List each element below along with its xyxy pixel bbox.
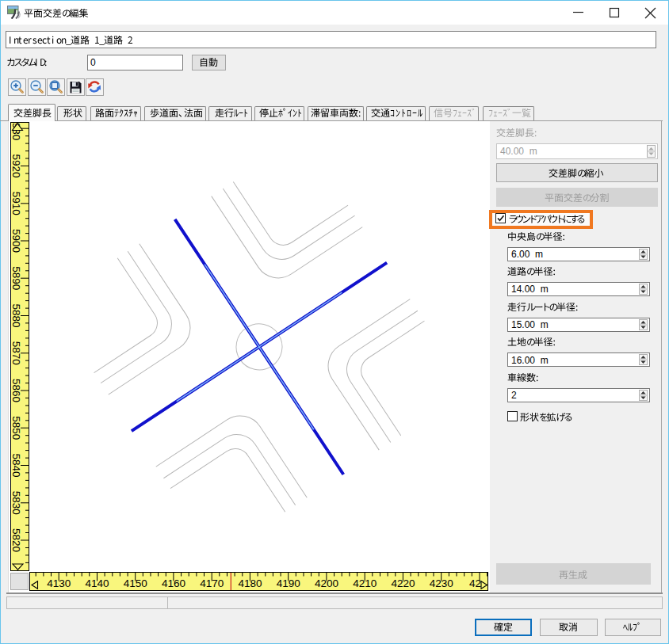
svg-text:5920: 5920 <box>10 154 22 177</box>
svg-text:5900: 5900 <box>10 229 22 253</box>
svg-text:5870: 5870 <box>10 341 22 365</box>
svg-text:5890: 5890 <box>10 266 22 290</box>
svg-text:5850: 5850 <box>10 416 22 440</box>
svg-text:5860: 5860 <box>10 379 22 402</box>
svg-text:5840: 5840 <box>10 453 22 477</box>
svg-text:5820: 5820 <box>10 528 22 552</box>
svg-text:5830: 5830 <box>10 491 22 515</box>
svg-text:5910: 5910 <box>10 192 22 215</box>
svg-text:5880: 5880 <box>10 303 22 327</box>
